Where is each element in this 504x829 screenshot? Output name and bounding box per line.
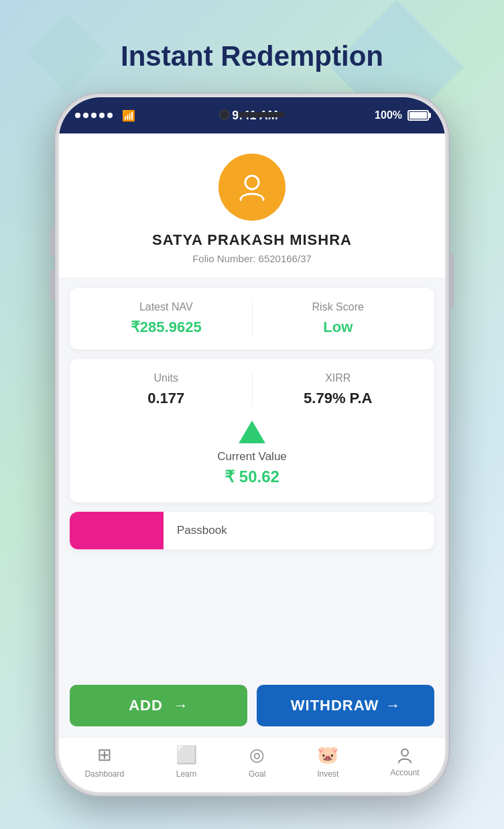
goal-icon: ◎ [249, 744, 265, 765]
withdraw-arrow-icon: → [385, 697, 400, 714]
nav-item-invest[interactable]: 🐷 Invest [317, 744, 338, 779]
battery-icon [407, 110, 429, 121]
account-icon [396, 747, 414, 764]
units-col: Units 0.177 [80, 372, 252, 407]
units-card: Units 0.177 XIRR 5.79% P.A Current Va [70, 359, 434, 502]
units-row: Units 0.177 XIRR 5.79% P.A [70, 359, 434, 407]
risk-value: Low [323, 319, 353, 336]
nav-risk-card: Latest NAV ₹285.9625 Risk Score Low [70, 288, 434, 349]
user-name: SATYA PRAKASH MISHRA [152, 231, 352, 249]
camera [219, 109, 230, 120]
profile-section: SATYA PRAKASH MISHRA Folio Number: 65201… [59, 133, 445, 278]
volume-buttons [50, 227, 54, 300]
nav-label-account: Account [390, 768, 419, 777]
xirr-value: 5.79% P.A [304, 390, 372, 407]
nav-label-invest: Invest [317, 769, 338, 779]
nav-value: ₹285.9625 [131, 319, 202, 336]
current-value-amount: ₹ 50.62 [225, 467, 279, 486]
nav-item-goal[interactable]: ◎ Goal [249, 744, 265, 779]
screen-content: SATYA PRAKASH MISHRA Folio Number: 65201… [59, 133, 445, 792]
current-value-label: Current Value [217, 450, 287, 463]
power-button [450, 254, 454, 307]
user-icon [235, 170, 269, 204]
phone-frame: 📶 9:41 AM 100% [54, 93, 450, 797]
nav-label: Latest NAV [139, 301, 193, 313]
wifi-icon: 📶 [122, 109, 135, 122]
nav-col: Latest NAV ₹285.9625 [80, 301, 252, 336]
battery-percentage: 100% [375, 109, 402, 121]
current-value-section: Current Value ₹ 50.62 [70, 407, 434, 502]
page-title: Instant Redemption [121, 40, 383, 72]
add-button[interactable]: ADD → [70, 685, 247, 726]
passbook-label: Passbook [164, 524, 227, 537]
action-buttons: ADD → WITHDRAW → [59, 674, 445, 737]
svg-point-0 [245, 176, 259, 189]
nav-label-goal: Goal [249, 769, 265, 779]
nav-label-dashboard: Dashboard [84, 769, 124, 779]
add-button-label: ADD [129, 697, 163, 714]
withdraw-button[interactable]: WITHDRAW → [257, 685, 434, 726]
nav-item-account[interactable]: Account [390, 747, 419, 777]
passbook-tab [70, 512, 164, 549]
units-label: Units [154, 372, 178, 384]
dashboard-icon: ⊞ [97, 744, 112, 765]
triangle-up-icon [239, 421, 265, 443]
svg-point-1 [401, 749, 408, 756]
withdraw-button-label: WITHDRAW [291, 697, 379, 714]
volume-down-button [50, 270, 54, 300]
bottom-nav: ⊞ Dashboard ⬜ Learn ◎ Goal 🐷 [59, 737, 445, 792]
xirr-col: XIRR 5.79% P.A [253, 372, 424, 407]
speaker [238, 112, 285, 117]
phone-notch [219, 109, 285, 120]
risk-col: Risk Score Low [253, 301, 424, 336]
passbook-area[interactable]: Passbook [70, 512, 434, 549]
avatar [218, 154, 286, 221]
units-value: 0.177 [147, 390, 184, 407]
nav-item-learn[interactable]: ⬜ Learn [176, 744, 197, 779]
nav-label-learn: Learn [176, 769, 197, 779]
signal-dots [75, 113, 113, 118]
add-arrow-icon: → [174, 697, 188, 714]
xirr-label: XIRR [325, 372, 351, 384]
folio-number: Folio Number: 6520166/37 [192, 253, 312, 264]
risk-label: Risk Score [312, 301, 364, 313]
volume-up-button [50, 227, 54, 257]
nav-item-dashboard[interactable]: ⊞ Dashboard [84, 744, 124, 779]
invest-icon: 🐷 [317, 744, 338, 765]
learn-icon: ⬜ [176, 744, 197, 765]
